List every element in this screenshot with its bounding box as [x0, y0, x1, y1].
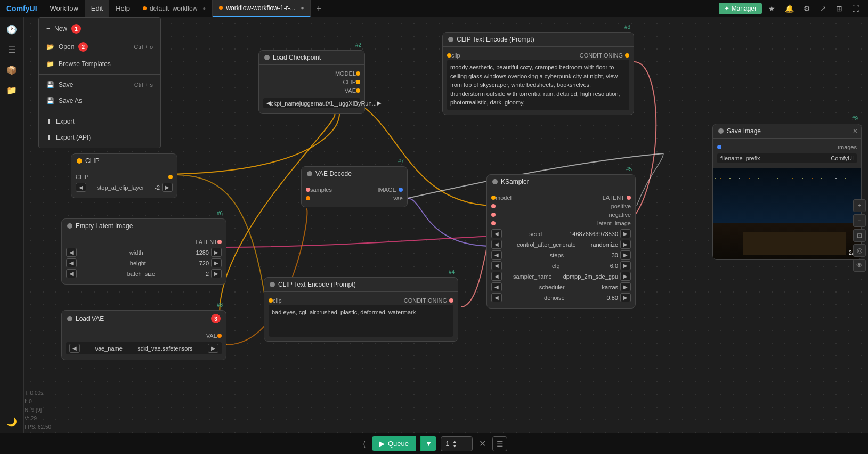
exportapi-icon: ⬆: [46, 134, 52, 141]
right-btn-eye[interactable]: 👁: [853, 259, 866, 272]
tab-close[interactable]: ●: [202, 5, 206, 11]
vae-right-btn[interactable]: ▶: [208, 344, 218, 353]
ckpt-arrow-left[interactable]: ◀: [266, 100, 271, 107]
expand-left-button[interactable]: ⟨: [361, 437, 368, 450]
queue-count-value: 1: [445, 440, 449, 448]
scheduler-right[interactable]: ▶: [620, 282, 631, 291]
node-ksampler: #5 KSampler model LATENT positive negati…: [486, 174, 636, 309]
steps-left[interactable]: ◀: [491, 250, 502, 260]
ckpt-arrow-right[interactable]: ▶: [377, 100, 381, 107]
negative-prompt[interactable]: bad eyes, cgi, airbrushed, plastic, defo…: [269, 305, 453, 337]
share-button[interactable]: ↗: [817, 2, 830, 15]
queue-button[interactable]: ▶ Queue: [372, 436, 416, 451]
port-latent-out: LATENT: [66, 238, 222, 246]
menu-new[interactable]: + New 1: [39, 20, 160, 38]
manager-button[interactable]: ✦ Manager: [719, 3, 762, 14]
stop-left-btn[interactable]: ◀: [76, 183, 86, 192]
menu-save[interactable]: 💾 Save Ctrl + s: [39, 77, 160, 93]
denoise-left[interactable]: ◀: [491, 293, 502, 302]
port-vae-label: VAE: [345, 87, 356, 94]
batch-row: ◀ batch_size 2 ▶: [66, 269, 222, 278]
cfg-right[interactable]: ▶: [620, 261, 631, 270]
right-btn-plus[interactable]: +: [853, 199, 866, 212]
port-clip-dot: [356, 80, 360, 84]
sidebar-folder-icon[interactable]: 📁: [4, 82, 20, 98]
save-shortcut: Ctrl + s: [134, 82, 153, 88]
open-badge: 2: [78, 42, 88, 52]
cag-right[interactable]: ▶: [620, 240, 631, 249]
clip-pos-content: clip CONDITIONING moody aesthetic, beaut…: [443, 47, 634, 115]
node-id-2: #2: [355, 42, 361, 48]
positive-dot: [491, 204, 496, 208]
queue-history-button[interactable]: ☰: [492, 436, 507, 451]
port-vae-out: VAE: [66, 331, 222, 340]
latent-out-dot: [627, 196, 631, 200]
right-btn-fit[interactable]: ⊡: [853, 229, 866, 242]
cfg-left[interactable]: ◀: [491, 261, 502, 270]
cag-left[interactable]: ◀: [491, 240, 502, 249]
positive-prompt[interactable]: moody aesthetic, beautiful cozy, cramped…: [447, 60, 629, 110]
menu-help[interactable]: Help: [109, 0, 136, 17]
node-id-6: #6: [217, 210, 223, 216]
queue-clear-button[interactable]: ✕: [477, 436, 488, 451]
star-button[interactable]: ★: [765, 2, 778, 15]
scheduler-left[interactable]: ◀: [491, 282, 502, 291]
save-image-title: Save Image: [727, 127, 761, 135]
save-image-close[interactable]: ✕: [853, 127, 858, 135]
width-left-btn[interactable]: ◀: [66, 248, 77, 257]
sidebar-models-icon[interactable]: 📦: [4, 62, 20, 78]
vae-in-label: vae: [393, 195, 403, 201]
seed-left[interactable]: ◀: [491, 229, 502, 238]
menu-save-as[interactable]: 💾 Save As: [39, 93, 160, 109]
sidebar-history-icon[interactable]: 🕐: [4, 21, 20, 37]
empty-latent-header: Empty Latent Image: [62, 219, 226, 233]
count-down-icon[interactable]: ▼: [452, 444, 457, 449]
batch-right-btn[interactable]: ▶: [211, 269, 222, 278]
vae-left-btn[interactable]: ◀: [69, 344, 80, 353]
menu-export[interactable]: ⬆ Export: [39, 114, 160, 129]
queue-dropdown-button[interactable]: ▼: [420, 436, 436, 451]
sidebar-darkmode-icon[interactable]: 🌙: [4, 414, 20, 429]
tab-add-button[interactable]: +: [311, 4, 326, 13]
steps-row: ◀ steps 30 ▶: [491, 250, 631, 260]
stop-right-btn[interactable]: ▶: [162, 183, 173, 192]
node-id-5: #5: [626, 166, 632, 172]
menu-export-api[interactable]: ⬆ Export (API): [39, 129, 160, 145]
batch-left-btn[interactable]: ◀: [66, 269, 77, 278]
batch-value: 2: [206, 271, 209, 277]
width-right-btn[interactable]: ▶: [211, 248, 222, 257]
height-label: height: [79, 260, 197, 266]
tab-default-workflow[interactable]: default_workflow ●: [136, 0, 213, 17]
clip-in-dot: [447, 53, 451, 58]
cag-row: ◀ control_after_generate randomize ▶: [491, 240, 631, 249]
seed-right[interactable]: ▶: [620, 229, 631, 238]
queue-count-stepper[interactable]: ▲ ▼: [452, 439, 457, 449]
height-left-btn[interactable]: ◀: [66, 258, 77, 267]
stop-value: -2: [155, 184, 160, 191]
sampler-right[interactable]: ▶: [620, 272, 631, 281]
tab-close[interactable]: ●: [301, 5, 304, 11]
layout-button[interactable]: ⊞: [833, 2, 846, 15]
export-icon: ⬆: [46, 118, 52, 125]
menu-browse-templates[interactable]: 📁 Browse Templates: [39, 56, 160, 72]
notification-button[interactable]: 🔔: [782, 2, 797, 15]
menu-workflow[interactable]: Workflow: [44, 0, 85, 17]
fullscreen-button[interactable]: ⛶: [849, 2, 863, 15]
export-label: Export: [56, 118, 75, 125]
width-row: ◀ width 1280 ▶: [66, 248, 222, 257]
sidebar-nodes-icon[interactable]: ☰: [4, 42, 20, 58]
height-right-btn[interactable]: ▶: [211, 258, 222, 267]
settings-button[interactable]: ⚙: [800, 2, 814, 15]
sampler-left[interactable]: ◀: [491, 272, 502, 281]
queue-count-input[interactable]: 1 ▲ ▼: [441, 436, 473, 451]
tab-label: default_workflow: [150, 5, 197, 12]
menu-open[interactable]: 📂 Open 2 Ctrl + o: [39, 38, 160, 56]
tab-workflow-1[interactable]: workflow-workflow-1-r-... ●: [213, 0, 311, 17]
scheduler-row: ◀ scheduler karras ▶: [491, 282, 631, 291]
count-up-icon[interactable]: ▲: [452, 439, 457, 444]
right-btn-compass[interactable]: ◎: [853, 244, 866, 257]
right-btn-minus[interactable]: −: [853, 214, 866, 227]
denoise-right[interactable]: ▶: [620, 293, 631, 302]
menu-edit[interactable]: Edit: [85, 0, 109, 17]
steps-right[interactable]: ▶: [620, 250, 631, 260]
